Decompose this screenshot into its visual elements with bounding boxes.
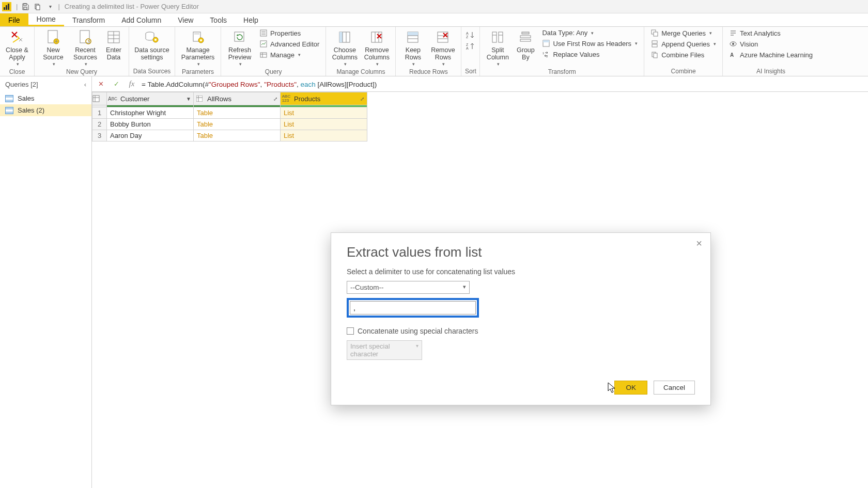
- keep-rows-button[interactable]: Keep Rows▾: [399, 28, 427, 68]
- cell-products[interactable]: List: [281, 130, 367, 141]
- combine-files-button[interactable]: Combine Files: [647, 50, 719, 60]
- col-header-products[interactable]: ABC123 Products ⤢: [281, 92, 367, 105]
- combine-files-icon: [650, 51, 659, 59]
- append-queries-label: Append Queries: [661, 40, 710, 48]
- collapse-queries-icon[interactable]: ‹: [84, 81, 86, 88]
- tab-view[interactable]: View: [169, 13, 202, 26]
- svg-rect-28: [260, 53, 267, 57]
- cell-customer[interactable]: Christopher Wright: [107, 107, 194, 119]
- data-type-button[interactable]: Data Type: Any▾: [539, 28, 641, 38]
- close-apply-button[interactable]: Close & Apply▾: [3, 28, 31, 68]
- tab-help[interactable]: Help: [235, 13, 267, 26]
- svg-rect-55: [520, 39, 531, 41]
- remove-columns-button[interactable]: Remove Columns▾: [361, 28, 392, 68]
- svg-rect-53: [522, 32, 529, 34]
- svg-text:A: A: [466, 32, 469, 35]
- tab-file[interactable]: File: [0, 13, 28, 26]
- manage-button[interactable]: Manage▾: [256, 50, 322, 60]
- cell-customer[interactable]: Aaron Day: [107, 130, 194, 141]
- type-any-icon: ABC123: [281, 95, 292, 103]
- group-by-button[interactable]: Group By: [513, 28, 538, 62]
- custom-delimiter-input[interactable]: [350, 301, 476, 314]
- delimiter-select[interactable]: --Custom--: [347, 281, 470, 294]
- formula-cancel-icon[interactable]: ✕: [95, 78, 106, 90]
- formula-text[interactable]: = Table.AddColumn(#"Grouped Rows", "Prod…: [142, 80, 377, 88]
- grid-corner[interactable]: [92, 92, 107, 105]
- vision-button[interactable]: Vision: [726, 39, 816, 49]
- cell-allrows[interactable]: Table: [194, 107, 281, 119]
- app-icon: [2, 2, 11, 11]
- sort-desc-button[interactable]: ZA: [465, 41, 476, 52]
- filter-dropdown-icon[interactable]: ▼: [184, 96, 193, 102]
- col-header-allrows[interactable]: AllRows ⤢: [194, 92, 281, 105]
- query-item-label: Sales (2): [18, 106, 44, 114]
- custom-delimiter-highlight: [347, 298, 479, 318]
- formula-commit-icon[interactable]: ✓: [111, 78, 122, 90]
- ribbon-group-transform: Split Column▾ Group By Data Type: Any▾ U…: [480, 27, 644, 76]
- new-source-button[interactable]: New Source▾: [38, 28, 69, 68]
- tab-transform[interactable]: Transform: [64, 13, 113, 26]
- svg-rect-49: [492, 32, 497, 42]
- query-item-sales[interactable]: Sales: [0, 92, 91, 104]
- expand-icon[interactable]: ⤢: [271, 96, 280, 102]
- svg-rect-72: [93, 96, 99, 102]
- cell-customer[interactable]: Bobby Burton: [107, 119, 194, 130]
- query-item-sales-2[interactable]: Sales (2): [0, 104, 91, 116]
- merge-queries-button[interactable]: Merge Queries▾: [647, 28, 719, 38]
- ribbon-group-parameters: Manage Parameters▾ Parameters: [175, 27, 221, 76]
- append-queries-button[interactable]: Append Queries▾: [647, 39, 719, 49]
- queries-header-label: Queries [2]: [5, 81, 38, 88]
- ribbon-group-reduce-rows: Keep Rows▾ Remove Rows▾ Reduce Rows: [396, 27, 461, 76]
- ok-button[interactable]: OK: [614, 381, 647, 395]
- svg-rect-32: [339, 32, 343, 42]
- ribbon-group-query: Refresh Preview▾ Properties Advanced Edi…: [221, 27, 326, 76]
- save-icon[interactable]: [21, 2, 30, 11]
- query-item-label: Sales: [18, 95, 35, 102]
- text-analytics-button[interactable]: Text Analytics: [726, 28, 816, 38]
- replace-values-icon: 12: [542, 50, 550, 58]
- table-row[interactable]: 3 Aaron Day Table List: [92, 130, 367, 141]
- enter-data-button[interactable]: Enter Data: [102, 28, 126, 62]
- undo-icon[interactable]: [33, 2, 42, 11]
- tab-home[interactable]: Home: [28, 13, 64, 26]
- tab-add-column[interactable]: Add Column: [113, 13, 169, 26]
- expand-icon[interactable]: ⤢: [358, 96, 367, 102]
- ribbon-group-combine: Merge Queries▾ Append Queries▾ Combine F…: [644, 27, 723, 76]
- special-chars-checkbox[interactable]: [347, 327, 354, 335]
- dialog-close-icon[interactable]: ×: [693, 237, 705, 249]
- cell-allrows[interactable]: Table: [194, 130, 281, 141]
- col-name: Products: [292, 95, 358, 103]
- col-header-customer[interactable]: ABC Customer ▼: [107, 92, 194, 105]
- data-source-settings-button[interactable]: Data source settings: [132, 28, 172, 62]
- split-column-button[interactable]: Split Column▾: [483, 28, 512, 68]
- tab-tools[interactable]: Tools: [202, 13, 235, 26]
- azure-ml-button[interactable]: A Azure Machine Learning: [726, 50, 816, 60]
- cell-products[interactable]: List: [281, 107, 367, 119]
- replace-values-button[interactable]: 12 Replace Values: [539, 49, 641, 59]
- choose-columns-button[interactable]: Choose Columns▾: [329, 28, 360, 68]
- manage-parameters-button[interactable]: Manage Parameters▾: [178, 28, 218, 68]
- remove-rows-button[interactable]: Remove Rows▾: [428, 28, 458, 68]
- cancel-button[interactable]: Cancel: [654, 381, 695, 395]
- svg-text:1: 1: [542, 52, 545, 55]
- use-first-row-button[interactable]: Use First Row as Headers▾: [539, 38, 641, 49]
- special-chars-label: Concatenate using special characters: [358, 327, 478, 335]
- qat-dropdown-icon[interactable]: ▾: [45, 2, 55, 11]
- formula-fx-icon[interactable]: fx: [126, 78, 137, 90]
- sort-asc-button[interactable]: AZ: [465, 30, 476, 40]
- table-row[interactable]: 1 Christopher Wright Table List: [92, 107, 367, 119]
- table-row[interactable]: 2 Bobby Burton Table List: [92, 119, 367, 130]
- col-name: Customer: [118, 95, 184, 103]
- manage-label: Manage: [270, 51, 295, 59]
- advanced-editor-button[interactable]: Advanced Editor: [256, 39, 322, 49]
- properties-button[interactable]: Properties: [256, 28, 322, 38]
- refresh-preview-button[interactable]: Refresh Preview▾: [224, 28, 255, 68]
- group-label-reduce-rows: Reduce Rows: [399, 68, 458, 76]
- cell-allrows[interactable]: Table: [194, 119, 281, 130]
- group-label-combine: Combine: [647, 67, 719, 76]
- cell-products[interactable]: List: [281, 119, 367, 130]
- window-title: Creating a delimited list - Power Query …: [65, 3, 199, 10]
- recent-sources-button[interactable]: Recent Sources▾: [70, 28, 101, 68]
- svg-rect-1: [6, 5, 7, 10]
- ribbon: Close & Apply▾ Close New Source▾ Recent …: [0, 27, 868, 76]
